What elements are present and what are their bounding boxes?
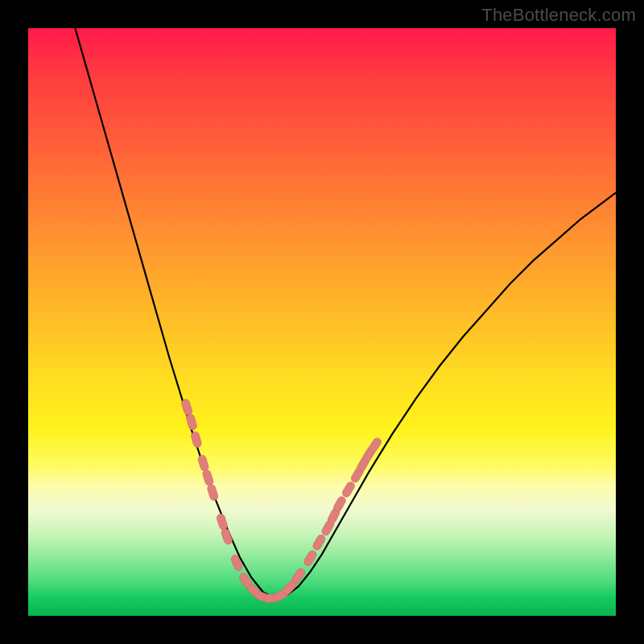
curve-marker (197, 454, 209, 472)
curve-layer (28, 28, 616, 616)
curve-marker (216, 513, 229, 530)
watermark-text: TheBottleneck.com (481, 5, 636, 26)
curve-marker (190, 431, 202, 448)
curve-marker (341, 481, 356, 498)
bottleneck-curve (75, 28, 616, 598)
curve-marker (202, 469, 215, 486)
curve-marker (180, 398, 193, 416)
curve-marker (206, 484, 219, 502)
curve-marker (230, 554, 244, 572)
curve-marker (332, 495, 347, 513)
chart-frame: TheBottleneck.com (0, 0, 644, 644)
plot-area (28, 28, 616, 616)
curve-marker (185, 413, 197, 431)
